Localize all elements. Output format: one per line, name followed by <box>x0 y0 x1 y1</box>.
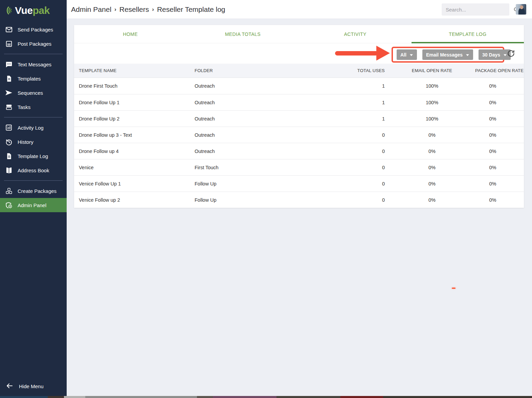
cell-email-open-rate: 0% <box>389 181 475 186</box>
cell-folder: Outreach <box>195 149 337 154</box>
cell-template-name: Venice Follow Up 1 <box>74 181 195 186</box>
chart-icon <box>5 124 13 132</box>
cell-total-uses: 0 <box>337 149 389 154</box>
tab-home[interactable]: HOME <box>74 25 186 43</box>
cell-template-name: Drone Follow Up 1 <box>74 100 195 105</box>
sidebar-item-activity-log[interactable]: Activity Log <box>0 120 67 135</box>
shield-icon <box>5 201 13 209</box>
sidebar: Vuepak Send PackagesPost PackagesText Me… <box>0 0 67 396</box>
cell-template-name: Venice <box>74 165 195 170</box>
dropdown-label: All <box>400 52 406 58</box>
app-logo-text: Vuepak <box>15 5 50 16</box>
breadcrumb-separator: › <box>152 6 154 13</box>
sidebar-item-label: History <box>18 139 34 145</box>
cell-total-uses: 1 <box>337 116 389 121</box>
sidebar-item-create-packages[interactable]: Create Packages <box>0 184 67 198</box>
history-icon <box>5 138 13 146</box>
cell-email-open-rate: 100% <box>389 100 475 105</box>
cell-package-open-rate: 0% <box>475 83 524 89</box>
cell-package-open-rate: 0% <box>475 181 524 186</box>
sidebar-item-label: Templates <box>18 76 41 82</box>
sidebar-item-send-packages[interactable]: Send Packages <box>0 22 67 37</box>
cell-template-name: Drone Follow up 3 - Text <box>74 132 195 138</box>
table-row[interactable]: VeniceFirst Touch00%0% <box>74 159 524 175</box>
column-header: FOLDER <box>195 68 337 73</box>
sidebar-item-label: Address Book <box>18 168 49 173</box>
bottom-edge-strip <box>0 396 532 398</box>
sidebar-item-template-log[interactable]: Template Log <box>0 149 67 163</box>
tab-media-totals[interactable]: MEDIA TOTALS <box>186 25 299 43</box>
tab-activity[interactable]: ACTIVITY <box>299 25 412 43</box>
sidebar-item-label: Send Packages <box>18 27 53 32</box>
tab-template-log[interactable]: TEMPLATE LOG <box>412 25 524 43</box>
table-header: TEMPLATE NAMEFOLDERTOTAL USESEMAIL OPEN … <box>74 64 524 78</box>
sidebar-item-history[interactable]: History <box>0 135 67 149</box>
filter-bar: AllEmail Messages30 Days <box>74 43 524 64</box>
table-row[interactable]: Drone Follow up 4Outreach00%0% <box>74 143 524 159</box>
breadcrumb-item[interactable]: Admin Panel <box>71 5 111 14</box>
column-header: TOTAL USES <box>337 68 389 73</box>
breadcrumb: Admin Panel›Resellers›Reseller Template … <box>71 5 225 14</box>
cell-folder: Outreach <box>195 100 337 105</box>
table-row[interactable]: Drone First TouchOutreach1100%0% <box>74 78 524 94</box>
table-row[interactable]: Drone Follow Up 1Outreach1100%0% <box>74 94 524 110</box>
filter-dropdown-all[interactable]: All <box>397 49 417 60</box>
cell-package-open-rate: 0% <box>475 132 524 138</box>
caret-down-icon <box>503 52 507 58</box>
sidebar-item-sequences[interactable]: Sequences <box>0 86 67 100</box>
sidebar-item-label: Post Packages <box>18 41 51 47</box>
sidebar-item-text-messages[interactable]: Text Messages <box>0 57 67 71</box>
sidebar-item-label: Template Log <box>18 153 48 159</box>
cell-template-name: Venice Follow up 2 <box>74 197 195 203</box>
filter-dropdown-30-days[interactable]: 30 Days <box>479 49 511 60</box>
cell-package-open-rate: 0% <box>475 100 524 105</box>
file-icon <box>5 152 13 160</box>
annotation-red-dash <box>452 288 456 289</box>
sidebar-item-templates[interactable]: Templates <box>0 71 67 86</box>
hide-menu-button[interactable]: Hide Menu <box>0 376 67 396</box>
cell-template-name: Drone Follow up 4 <box>74 149 195 154</box>
cell-package-open-rate: 0% <box>475 165 524 170</box>
filter-dropdown-email-messages[interactable]: Email Messages <box>422 49 473 60</box>
sidebar-item-tasks[interactable]: Tasks <box>0 100 67 114</box>
table-row[interactable]: Drone Follow Up 2Outreach1100%0% <box>74 110 524 127</box>
sidebar-item-admin-panel[interactable]: Admin Panel <box>0 198 67 212</box>
cell-email-open-rate: 0% <box>389 132 475 138</box>
search-input[interactable] <box>442 7 513 13</box>
sidebar-menu: Send PackagesPost PackagesText MessagesT… <box>0 21 67 214</box>
cell-template-name: Drone Follow Up 2 <box>74 116 195 121</box>
sidebar-item-label: Activity Log <box>18 125 44 131</box>
cell-total-uses: 0 <box>337 181 389 186</box>
template-table: Drone First TouchOutreach1100%0%Drone Fo… <box>74 78 524 208</box>
sidebar-divider <box>4 180 63 181</box>
annotation-highlight-box: AllEmail Messages30 Days <box>392 47 504 63</box>
sidebar-item-address-book[interactable]: Address Book <box>0 163 67 177</box>
book-icon <box>5 166 13 174</box>
cell-total-uses: 0 <box>337 132 389 138</box>
cell-folder: Follow Up <box>195 197 337 203</box>
table-row[interactable]: Drone Follow up 3 - TextOutreach00%0% <box>74 127 524 143</box>
user-avatar[interactable] <box>516 4 526 15</box>
caret-down-icon <box>466 52 469 58</box>
cell-email-open-rate: 100% <box>389 116 475 121</box>
cell-email-open-rate: 0% <box>389 165 475 170</box>
cell-package-open-rate: 0% <box>475 149 524 154</box>
cubes-icon <box>5 187 13 195</box>
breadcrumb-item[interactable]: Reseller Template log <box>157 5 225 14</box>
search-box <box>442 3 509 16</box>
file-icon <box>5 74 13 83</box>
cell-total-uses: 1 <box>337 100 389 105</box>
table-row[interactable]: Venice Follow up 2Follow Up00%0% <box>74 192 524 208</box>
app-logo[interactable]: Vuepak <box>0 0 67 21</box>
hide-menu-label: Hide Menu <box>19 383 44 389</box>
sidebar-item-post-packages[interactable]: Post Packages <box>0 37 67 51</box>
breadcrumb-item[interactable]: Resellers <box>119 5 149 14</box>
caret-down-icon <box>409 52 413 58</box>
envelope-icon <box>5 25 13 34</box>
table-row[interactable]: Venice Follow Up 1Follow Up00%0% <box>74 175 524 192</box>
sidebar-group: Send PackagesPost Packages <box>0 21 67 52</box>
topbar: Admin Panel›Resellers›Reseller Template … <box>67 0 532 19</box>
breadcrumb-separator: › <box>114 6 116 13</box>
refresh-button[interactable] <box>507 49 515 58</box>
cell-total-uses: 0 <box>337 165 389 170</box>
